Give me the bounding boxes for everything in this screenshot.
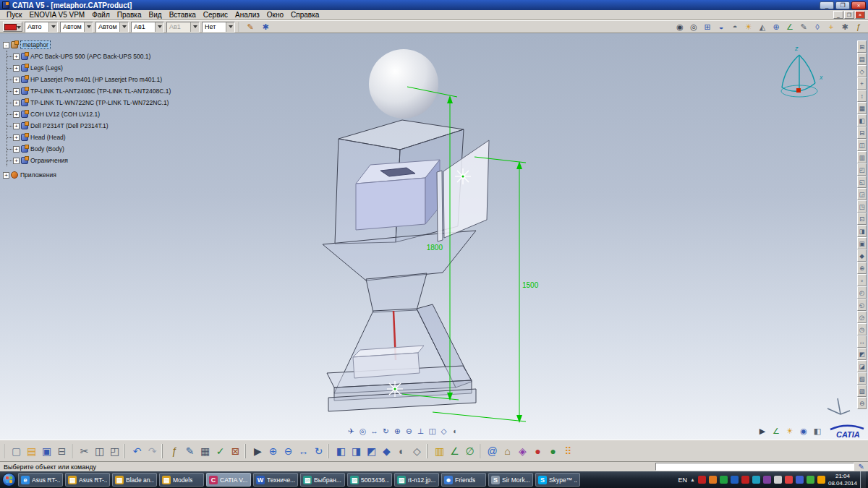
pan-icon[interactable]: ↔ bbox=[296, 443, 311, 459]
tree-item-applications[interactable]: + Приложения bbox=[3, 169, 171, 181]
constraint-star-icon[interactable] bbox=[455, 168, 471, 184]
graph-tree-icon[interactable]: ⊞ bbox=[701, 21, 714, 33]
dock-tool-button[interactable]: ↕ bbox=[857, 90, 867, 102]
start-button[interactable] bbox=[2, 473, 16, 487]
taskbar-item[interactable]: ☻ Friends bbox=[441, 473, 486, 487]
tree-item[interactable]: + Ограничения bbox=[7, 155, 171, 166]
compass[interactable]: z x bbox=[781, 45, 823, 97]
tree-item[interactable]: + HP Laserjet Pro m401 (HP Laserjet Pro … bbox=[7, 74, 171, 85]
combo-dropdown-button[interactable] bbox=[226, 22, 234, 32]
menu-item[interactable]: Справка bbox=[287, 11, 323, 19]
tray-icon[interactable] bbox=[807, 476, 814, 484]
web-browser-icon[interactable]: @ bbox=[485, 443, 500, 459]
sphere-head-model[interactable] bbox=[369, 49, 438, 119]
printer-model[interactable] bbox=[356, 160, 440, 230]
search-icon[interactable]: ◉ bbox=[673, 21, 686, 33]
taskbar-item[interactable]: ▤ Models bbox=[159, 473, 204, 487]
lock-icon[interactable]: ⊠ bbox=[228, 443, 243, 459]
iso-view-icon[interactable]: ◆ bbox=[379, 443, 394, 459]
select-icon[interactable]: ▶ bbox=[250, 443, 265, 459]
tree-expander[interactable]: + bbox=[13, 158, 20, 164]
tree-item[interactable]: + Legs (Legs) bbox=[7, 62, 171, 74]
rotate-icon[interactable]: ↻ bbox=[311, 443, 326, 459]
dock-tool-button[interactable]: ▣ bbox=[857, 237, 867, 249]
measure-between-icon[interactable]: ∠ bbox=[447, 443, 462, 459]
magnifier-icon[interactable]: ⊕ bbox=[770, 21, 783, 33]
check-analysis-icon[interactable]: ✓ bbox=[213, 443, 228, 459]
formula-icon[interactable]: ƒ bbox=[167, 443, 182, 459]
menu-item[interactable]: Файл bbox=[88, 11, 114, 19]
tray-icon[interactable] bbox=[796, 476, 804, 484]
catalog-icon[interactable]: ▥ bbox=[432, 443, 447, 459]
doc-close-button[interactable]: × bbox=[855, 11, 865, 19]
print-icon[interactable]: ⊟ bbox=[54, 443, 69, 459]
combo-dropdown-button[interactable] bbox=[48, 22, 57, 32]
taskbar-item[interactable]: e Asus RT-... bbox=[18, 473, 63, 487]
menu-item[interactable]: Пуск bbox=[3, 11, 25, 19]
dock-tool-button[interactable]: ⊖ bbox=[857, 397, 867, 409]
menu-item[interactable]: Сервис bbox=[200, 11, 231, 19]
taskbar-item[interactable]: ▨ rt-n12.jp... bbox=[394, 473, 439, 487]
taskbar-item[interactable]: ▤ Asus RT-... bbox=[65, 473, 110, 487]
dock-tool-button[interactable]: + bbox=[857, 77, 867, 90]
apply-material-icon[interactable]: ◈ bbox=[515, 443, 530, 459]
minimize-button[interactable]: _ bbox=[820, 1, 834, 9]
normal-view-icon[interactable]: ⊥ bbox=[415, 426, 426, 437]
maximize-button[interactable]: ❐ bbox=[835, 1, 850, 9]
tree-expander[interactable]: + bbox=[13, 65, 20, 72]
tree-root[interactable]: - metaphor bbox=[3, 39, 171, 51]
menu-item[interactable]: Окно bbox=[263, 11, 287, 19]
dock-tool-button[interactable]: ◇ bbox=[857, 65, 867, 77]
zoom-out-icon[interactable]: ⊖ bbox=[404, 426, 414, 437]
light-tool-icon[interactable]: ☀ bbox=[784, 425, 796, 437]
taskbar-item[interactable]: S Skype™ ... bbox=[535, 473, 580, 487]
graphic-properties-icon[interactable]: ✱ bbox=[259, 21, 272, 33]
undo-icon[interactable]: ↶ bbox=[129, 443, 145, 459]
measure-item-icon[interactable]: ∅ bbox=[462, 443, 477, 459]
dock-tool-button[interactable]: ◨ bbox=[857, 225, 867, 237]
combo-dropdown-button[interactable] bbox=[84, 22, 93, 32]
light-effect-icon[interactable]: ☀ bbox=[742, 21, 755, 33]
tree-expander[interactable]: + bbox=[13, 146, 20, 153]
wireframe-view-icon[interactable]: ◇ bbox=[409, 443, 425, 459]
close-button[interactable]: × bbox=[851, 1, 866, 9]
axis-system-icon[interactable]: + bbox=[825, 21, 838, 33]
dock-tool-button[interactable]: ▦ bbox=[857, 102, 867, 114]
tree-expander[interactable]: + bbox=[3, 172, 9, 179]
dock-tool-button[interactable]: ◪ bbox=[857, 360, 867, 372]
dock-tool-button[interactable]: ↔ bbox=[857, 335, 867, 348]
toolbar-combo[interactable]: Ав1 bbox=[131, 22, 164, 33]
tray-icon[interactable] bbox=[785, 476, 793, 484]
dock-tool-button[interactable]: ▨ bbox=[857, 385, 867, 397]
color-swatch-combo[interactable] bbox=[3, 22, 22, 32]
tree-item[interactable]: + TP-LINK TL-ANT2408C (TP-LINK TL-ANT240… bbox=[7, 85, 171, 97]
toolbar-combo[interactable]: Автом bbox=[95, 22, 129, 33]
doc-restore-button[interactable]: ❐ bbox=[844, 11, 854, 19]
hidden-icons-chevron[interactable]: ▲ bbox=[690, 477, 695, 482]
paint-style-icon[interactable]: ✎ bbox=[244, 21, 257, 33]
save-icon[interactable]: ▣ bbox=[39, 443, 54, 459]
zoom-out-icon[interactable]: ⊖ bbox=[281, 443, 296, 459]
menu-item[interactable]: Вид bbox=[145, 11, 166, 19]
multi-view-icon[interactable]: ◫ bbox=[427, 426, 438, 437]
toolbar-combo[interactable]: Авто bbox=[25, 22, 58, 33]
tray-icon[interactable] bbox=[698, 476, 706, 484]
toolbar-combo[interactable]: Ав1 bbox=[166, 22, 200, 33]
shaded-view-icon[interactable]: ◐ bbox=[394, 443, 409, 459]
tree-root-label[interactable]: metaphor bbox=[20, 40, 51, 49]
tree-expander[interactable]: + bbox=[13, 53, 20, 60]
dock-tool-button[interactable]: ⊟ bbox=[857, 127, 867, 139]
tray-icon[interactable] bbox=[709, 476, 717, 484]
tree-expander[interactable]: - bbox=[3, 42, 9, 48]
dock-tool-button[interactable]: ◵ bbox=[857, 299, 867, 311]
dock-tool-button[interactable]: ◧ bbox=[857, 114, 867, 127]
fit-all-in-icon[interactable]: ◎ bbox=[357, 426, 368, 437]
annotations-icon[interactable]: ✎ bbox=[797, 21, 810, 33]
combo-dropdown-button[interactable] bbox=[119, 22, 128, 32]
tray-icon[interactable] bbox=[763, 476, 771, 484]
language-indicator[interactable]: EN bbox=[678, 476, 688, 484]
side-view-icon[interactable]: ◨ bbox=[349, 443, 364, 459]
combo-dropdown-button[interactable] bbox=[190, 22, 199, 32]
dock-tool-button[interactable]: ▤ bbox=[857, 53, 867, 65]
front-view-icon[interactable]: ◧ bbox=[333, 443, 349, 459]
